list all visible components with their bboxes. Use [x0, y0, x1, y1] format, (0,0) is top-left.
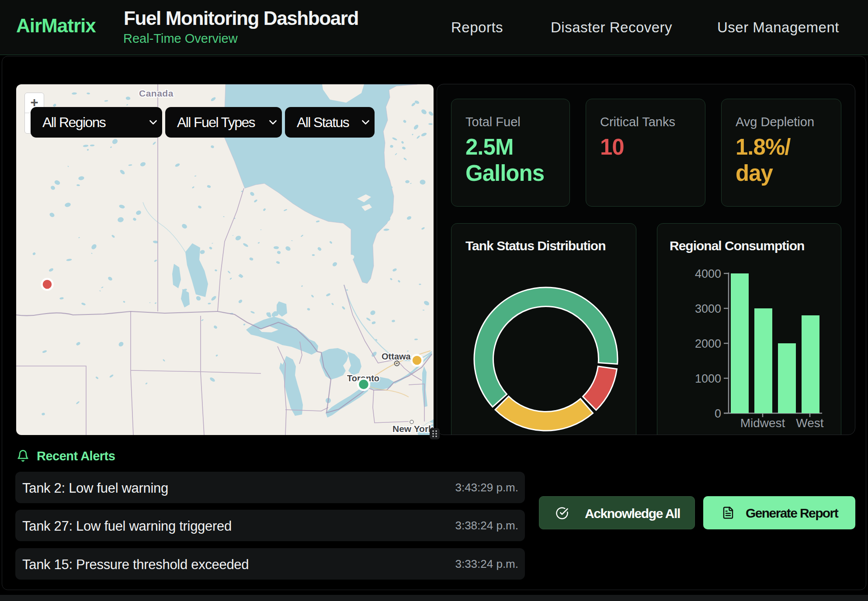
svg-text:0: 0 — [715, 407, 721, 420]
svg-text:Midwest: Midwest — [740, 416, 785, 430]
svg-text:2000: 2000 — [695, 337, 721, 350]
svg-text:4000: 4000 — [695, 267, 721, 280]
svg-text:Canada: Canada — [139, 88, 174, 98]
svg-text:3000: 3000 — [695, 302, 721, 315]
svg-text:1000: 1000 — [695, 372, 721, 385]
svg-text:Ottawa: Ottawa — [382, 352, 411, 361]
svg-text:West: West — [796, 416, 823, 430]
svg-text:New York: New York — [392, 424, 434, 434]
